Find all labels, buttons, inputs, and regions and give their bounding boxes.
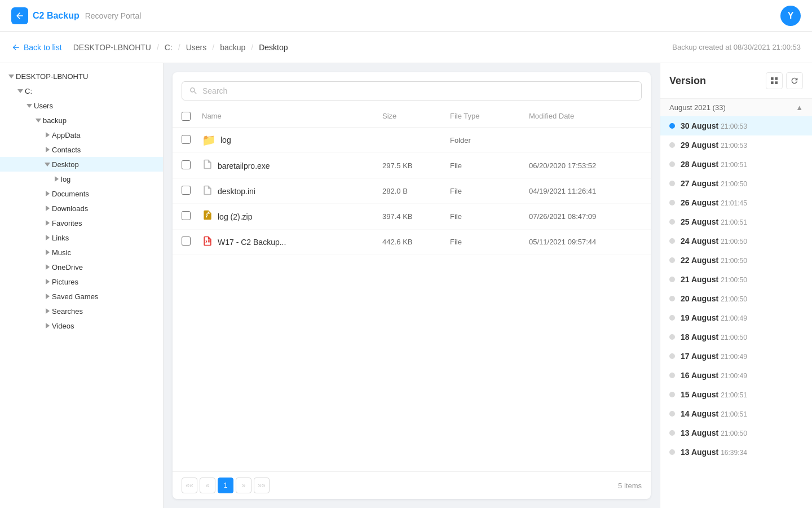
file-icon-zip: [202, 209, 213, 224]
version-item-9[interactable]: 20 August21:00:50: [660, 289, 812, 308]
table-row[interactable]: desktop.ini 282.0 B File 04/19/2021 11:2…: [173, 179, 651, 204]
table-row[interactable]: baretailpro.exe 297.5 KB File 06/20/2020…: [173, 153, 651, 179]
row-checkbox-2[interactable]: [182, 186, 191, 195]
version-item-14[interactable]: 15 August21:00:51: [660, 385, 812, 404]
version-item-10[interactable]: 19 August21:00:49: [660, 308, 812, 327]
file-type-2: File: [450, 187, 529, 195]
sidebar-label-onedrive: OneDrive: [52, 263, 163, 271]
logo: C2 Backup Recovery Portal: [11, 7, 141, 24]
version-date-15: 14 August21:00:51: [681, 409, 747, 418]
sidebar-item-users[interactable]: Users: [0, 98, 163, 113]
version-item-13[interactable]: 16 August21:00:49: [660, 366, 812, 385]
user-avatar[interactable]: Y: [780, 6, 801, 26]
file-type-0: Folder: [450, 136, 529, 144]
sidebar-item-onedrive[interactable]: OneDrive: [0, 260, 163, 274]
breadcrumb-desktop-lbnohtu[interactable]: DESKTOP-LBNOHTU: [73, 43, 151, 52]
file-date-4: 05/11/2021 09:57:44: [529, 238, 642, 246]
version-item-3[interactable]: 27 August21:00:50: [660, 174, 812, 193]
version-dot-10: [669, 315, 675, 321]
breadcrumb-c[interactable]: C:: [165, 43, 173, 52]
file-name-0: log: [220, 135, 231, 144]
sidebar-label-pictures: Pictures: [52, 278, 163, 286]
main-area: DESKTOP-LBNOHTU C: Users backup AppData …: [0, 63, 812, 508]
search-input[interactable]: [202, 86, 634, 95]
file-size-3: 397.4 KB: [382, 212, 450, 221]
sidebar-item-log[interactable]: log: [0, 172, 163, 186]
pagination-last[interactable]: »»: [254, 478, 270, 493]
tree-toggle-backup: [34, 116, 43, 125]
version-item-0[interactable]: 30 August21:00:53: [660, 116, 812, 135]
search-input-wrap[interactable]: [182, 81, 642, 100]
sidebar-item-desktop[interactable]: Desktop: [0, 157, 163, 172]
tree-toggle-links: [43, 233, 52, 242]
file-icon-exe: [202, 159, 213, 173]
sidebar-item-c[interactable]: C:: [0, 84, 163, 98]
version-item-2[interactable]: 28 August21:00:51: [660, 155, 812, 174]
file-icon-ini: [202, 185, 213, 198]
pagination-page-1[interactable]: 1: [218, 478, 233, 493]
file-size-2: 282.0 B: [382, 187, 450, 195]
breadcrumb-desktop[interactable]: Desktop: [259, 43, 288, 52]
sidebar-item-links[interactable]: Links: [0, 230, 163, 245]
table-row[interactable]: 📁 log Folder: [173, 128, 651, 153]
version-item-5[interactable]: 25 August21:00:51: [660, 212, 812, 231]
version-list: 30 August21:00:53 29 August21:00:53 28 A…: [660, 116, 812, 466]
breadcrumb-users[interactable]: Users: [186, 43, 207, 52]
version-item-15[interactable]: 14 August21:00:51: [660, 404, 812, 423]
row-checkbox-4[interactable]: [182, 237, 191, 246]
sidebar: DESKTOP-LBNOHTU C: Users backup AppData …: [0, 63, 164, 508]
version-item-6[interactable]: 24 August21:00:50: [660, 231, 812, 251]
version-item-8[interactable]: 21 August21:00:50: [660, 270, 812, 289]
sidebar-item-appdata[interactable]: AppData: [0, 128, 163, 142]
breadcrumb-backup[interactable]: backup: [220, 43, 245, 52]
sidebar-item-pictures[interactable]: Pictures: [0, 274, 163, 289]
pagination-next[interactable]: »: [236, 478, 251, 493]
file-type-1: File: [450, 161, 529, 170]
select-all-checkbox[interactable]: [182, 112, 191, 121]
tree-toggle-onedrive: [43, 262, 52, 271]
file-name-4: W17 - C2 Backup...: [218, 238, 286, 247]
tree-toggle-savedgames: [43, 292, 52, 301]
sidebar-item-savedgames[interactable]: Saved Games: [0, 289, 163, 304]
row-checkbox-3[interactable]: [182, 211, 191, 220]
back-to-list-button[interactable]: Back to list: [11, 43, 62, 52]
version-item-11[interactable]: 18 August21:00:50: [660, 327, 812, 347]
sidebar-item-backup[interactable]: backup: [0, 113, 163, 128]
sidebar-item-downloads[interactable]: Downloads: [0, 201, 163, 216]
back-label: Back to list: [24, 43, 62, 52]
sidebar-item-searches[interactable]: Searches: [0, 304, 163, 318]
table-row[interactable]: W17 - C2 Backup... 442.6 KB File 05/11/2…: [173, 230, 651, 255]
breadcrumb-sep-1: /: [157, 43, 159, 52]
version-item-16[interactable]: 13 August21:00:50: [660, 423, 812, 443]
tree-toggle-log: [52, 174, 61, 183]
version-dot-0: [669, 123, 675, 129]
version-item-12[interactable]: 17 August21:00:49: [660, 347, 812, 366]
pagination-first[interactable]: ««: [182, 478, 197, 493]
version-item-4[interactable]: 26 August21:01:45: [660, 193, 812, 212]
table-row[interactable]: log (2).zip 397.4 KB File 07/26/2021 08:…: [173, 204, 651, 230]
version-month-header[interactable]: August 2021 (33) ▲: [660, 99, 812, 116]
sidebar-label-documents: Documents: [52, 190, 163, 198]
col-name: Name: [202, 112, 382, 122]
tree-toggle-searches: [43, 306, 52, 316]
sidebar-item-videos[interactable]: Videos: [0, 318, 163, 333]
row-checkbox-1[interactable]: [182, 160, 191, 169]
sidebar-item-music[interactable]: Music: [0, 245, 163, 260]
col-type: File Type: [450, 112, 529, 122]
version-item-1[interactable]: 29 August21:00:53: [660, 135, 812, 155]
sidebar-item-favorites[interactable]: Favorites: [0, 216, 163, 230]
col-check[interactable]: [182, 112, 202, 122]
version-dot-16: [669, 430, 675, 436]
version-dot-15: [669, 411, 675, 417]
row-checkbox-0[interactable]: [182, 135, 191, 144]
version-item-17[interactable]: 13 August16:39:34: [660, 443, 812, 462]
pagination-prev[interactable]: «: [200, 478, 215, 493]
file-content: Name Size File Type Modified Date 📁 log …: [173, 72, 651, 499]
sidebar-item-documents[interactable]: Documents: [0, 186, 163, 201]
version-refresh-button[interactable]: [786, 72, 803, 89]
tree-toggle-appdata: [43, 130, 52, 139]
version-grid-button[interactable]: [766, 72, 783, 89]
sidebar-item-contacts[interactable]: Contacts: [0, 142, 163, 157]
version-item-7[interactable]: 22 August21:00:50: [660, 251, 812, 270]
sidebar-item-root[interactable]: DESKTOP-LBNOHTU: [0, 69, 163, 84]
